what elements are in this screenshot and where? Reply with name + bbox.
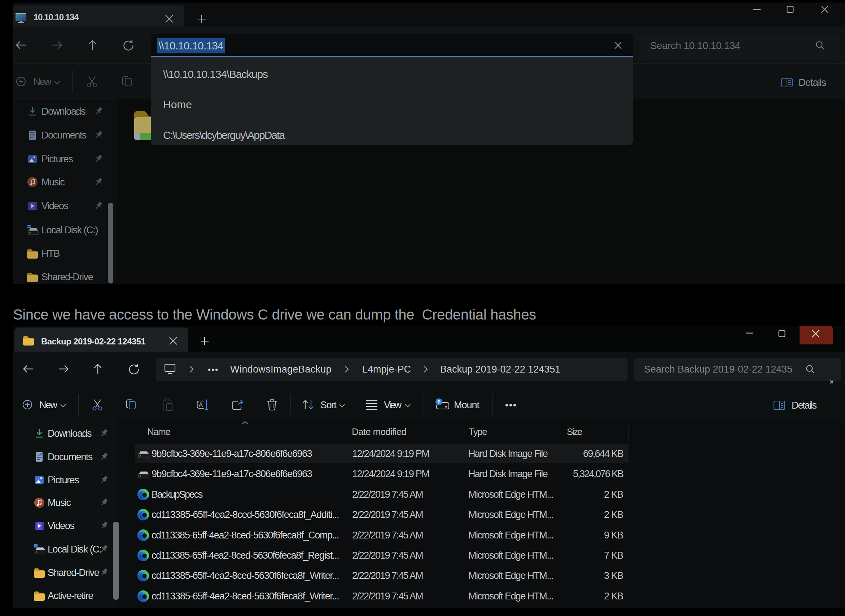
svg-text:A: A [199, 402, 203, 408]
